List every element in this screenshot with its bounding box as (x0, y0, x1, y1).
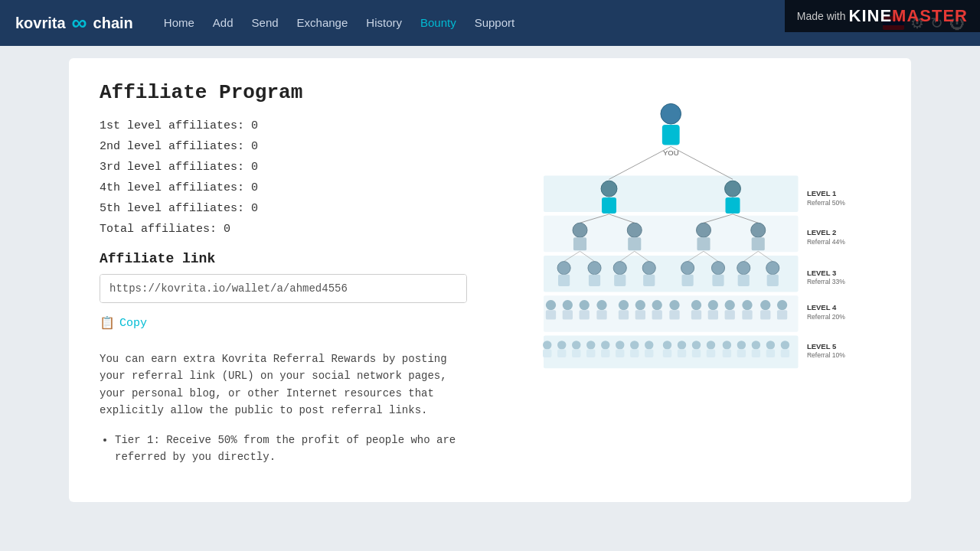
svg-rect-49 (767, 275, 779, 286)
svg-point-58 (619, 300, 629, 310)
svg-rect-23 (697, 237, 710, 250)
svg-point-90 (630, 341, 639, 349)
svg-point-18 (573, 223, 587, 237)
svg-rect-81 (557, 350, 566, 357)
left-panel: Affiliate Program 1st level affiliates: … (100, 81, 467, 479)
svg-text:LEVEL 5: LEVEL 5 (807, 342, 837, 350)
svg-point-12 (725, 181, 741, 197)
svg-rect-41 (643, 275, 655, 286)
svg-text:Referral 10%: Referral 10% (807, 351, 845, 359)
svg-point-22 (697, 223, 711, 237)
svg-rect-105 (737, 350, 746, 357)
svg-point-92 (645, 341, 653, 349)
logo-text: kovrita (15, 15, 66, 32)
svg-text:LEVEL 2: LEVEL 2 (807, 228, 836, 236)
link-input-container (100, 274, 467, 303)
svg-rect-35 (558, 275, 570, 286)
svg-rect-0 (544, 176, 799, 213)
svg-point-5 (661, 103, 681, 124)
svg-rect-107 (752, 350, 760, 357)
affiliate-link-label: Affiliate link (100, 251, 467, 266)
svg-rect-45 (712, 275, 724, 286)
svg-point-84 (586, 341, 595, 349)
svg-rect-109 (766, 350, 775, 357)
svg-point-102 (723, 341, 731, 349)
stat-1st-value: 0 (251, 119, 258, 132)
svg-rect-77 (777, 310, 787, 319)
svg-rect-79 (543, 350, 551, 357)
svg-point-88 (616, 341, 624, 349)
nav-home[interactable]: Home (164, 16, 194, 29)
svg-text:Referral 20%: Referral 20% (807, 313, 845, 321)
stat-5th-level: 5th level affiliates: 0 (100, 202, 467, 215)
svg-rect-89 (616, 350, 624, 357)
svg-point-108 (766, 341, 775, 349)
stat-2nd-label: 2nd level affiliates: (100, 140, 251, 153)
svg-rect-37 (589, 275, 600, 286)
stat-3rd-value: 0 (251, 161, 258, 174)
nav-exchange[interactable]: Exchange (297, 16, 348, 29)
svg-text:LEVEL 3: LEVEL 3 (807, 269, 836, 277)
nav-send[interactable]: Send (252, 16, 279, 29)
stat-2nd-value: 0 (251, 140, 258, 153)
svg-rect-99 (692, 350, 701, 357)
stat-4th-level: 4th level affiliates: 0 (100, 181, 467, 194)
svg-rect-19 (573, 237, 586, 250)
pyramid-svg: YOU (498, 81, 880, 372)
svg-rect-83 (572, 350, 580, 357)
stat-1st-label: 1st level affiliates: (100, 119, 251, 132)
copy-icon: 📋 (100, 315, 115, 331)
svg-point-64 (669, 300, 679, 310)
stat-5th-value: 0 (251, 202, 258, 215)
svg-rect-69 (708, 310, 718, 319)
description-text: You can earn extra Kovrita Referral Rewa… (100, 350, 467, 419)
svg-rect-111 (781, 350, 789, 357)
tier-1-text: Tier 1: Receive 50% from the profit of p… (115, 434, 456, 463)
svg-rect-47 (738, 275, 750, 286)
master-text: MASTER (892, 6, 968, 25)
nav-support[interactable]: Support (475, 16, 515, 29)
svg-rect-57 (596, 310, 606, 319)
svg-point-70 (725, 300, 735, 310)
svg-rect-61 (635, 310, 645, 319)
kine-text: KINE (849, 6, 893, 25)
svg-text:LEVEL 1: LEVEL 1 (807, 189, 837, 197)
svg-point-54 (580, 300, 590, 310)
pyramid-diagram: YOU (498, 81, 880, 372)
svg-point-76 (777, 300, 787, 310)
svg-point-106 (752, 341, 760, 349)
stat-total-value: 0 (224, 223, 230, 236)
kinemaster-brand: KINEMASTER (849, 6, 968, 26)
svg-point-20 (627, 223, 642, 237)
copy-button[interactable]: 📋 Copy (100, 311, 147, 335)
svg-point-38 (613, 262, 626, 275)
svg-rect-87 (601, 350, 609, 357)
stat-1st-level: 1st level affiliates: 0 (100, 119, 467, 132)
svg-point-42 (681, 262, 694, 275)
svg-point-74 (760, 300, 770, 310)
svg-point-34 (557, 262, 570, 275)
svg-rect-67 (691, 310, 701, 319)
svg-rect-85 (586, 350, 595, 357)
svg-point-60 (635, 300, 645, 310)
stat-4th-value: 0 (251, 181, 258, 194)
stat-total-label: Total affiliates: (100, 223, 224, 236)
content-card: Affiliate Program 1st level affiliates: … (69, 58, 911, 502)
svg-text:Referral 50%: Referral 50% (807, 199, 845, 207)
page-background: Affiliate Program 1st level affiliates: … (0, 46, 980, 551)
svg-text:LEVEL 4: LEVEL 4 (807, 303, 837, 311)
svg-rect-63 (652, 310, 662, 319)
svg-rect-21 (628, 237, 641, 250)
svg-rect-25 (752, 237, 765, 250)
svg-point-62 (652, 300, 662, 310)
nav-history[interactable]: History (366, 16, 402, 29)
svg-point-68 (708, 300, 718, 310)
stat-2nd-level: 2nd level affiliates: 0 (100, 140, 467, 153)
nav-add[interactable]: Add (213, 16, 234, 29)
svg-point-80 (557, 341, 566, 349)
stat-3rd-label: 3rd level affiliates: (100, 161, 251, 174)
nav-bounty[interactable]: Bounty (420, 16, 456, 29)
affiliate-link-input[interactable] (100, 275, 466, 302)
svg-point-96 (678, 341, 686, 349)
svg-point-86 (601, 341, 609, 349)
